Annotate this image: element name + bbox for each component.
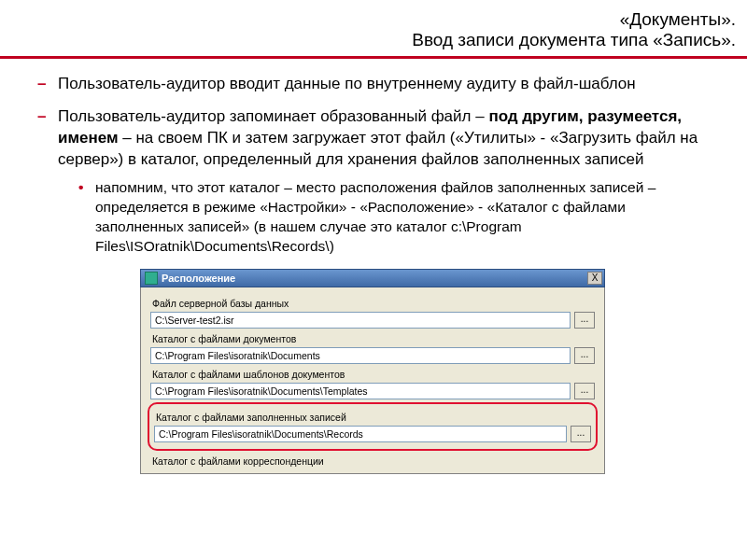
slide-header: «Документы». Ввод записи документа типа …	[0, 0, 747, 59]
location-dialog: Расположение X Файл серверной базы данны…	[140, 269, 605, 474]
bullet-list: Пользователь-аудитор вводит данные по вн…	[37, 74, 710, 256]
app-icon	[145, 272, 158, 285]
dialog-body: Файл серверной базы данных C:\Server-tes…	[140, 287, 605, 474]
field-label-documents: Каталог с файлами документов	[152, 333, 595, 344]
header-line2: Ввод записи документа типа «Запись».	[11, 30, 736, 50]
field-label-templates: Каталог с файлами шаблонов документов	[152, 369, 595, 380]
records-input[interactable]: C:\Program Files\isoratnik\Documents\Rec…	[154, 426, 567, 442]
header-line1: «Документы».	[11, 9, 736, 30]
bullet-text: Пользователь-аудитор вводит данные по вн…	[58, 75, 636, 92]
highlighted-field: Каталог с файлами заполненных записей C:…	[148, 402, 598, 451]
sub-bullet-list: напомним, что этот каталог – место распо…	[78, 178, 710, 257]
browse-button[interactable]: ...	[571, 426, 591, 442]
bullet-text-post: – на своем ПК и затем загружает этот фай…	[58, 129, 698, 168]
templates-input[interactable]: C:\Program Files\isoratnik\Documents\Tem…	[150, 383, 571, 399]
field-label-serverdb: Файл серверной базы данных	[152, 298, 595, 309]
dialog-titlebar[interactable]: Расположение X	[140, 269, 605, 287]
field-label-records: Каталог с файлами заполненных записей	[156, 412, 591, 423]
serverdb-input[interactable]: C:\Server-test2.isr	[150, 312, 571, 329]
bullet-text-pre: Пользователь-аудитор запоминает образова…	[58, 107, 488, 125]
list-item: Пользователь-аудитор запоминает образова…	[37, 106, 710, 257]
list-item: напомним, что этот каталог – место распо…	[78, 178, 710, 257]
close-button[interactable]: X	[587, 272, 602, 285]
browse-button[interactable]: ...	[574, 383, 595, 399]
sub-bullet-text: напомним, что этот каталог – место распо…	[95, 179, 655, 254]
field-row: C:\Program Files\isoratnik\Documents\Tem…	[150, 383, 595, 399]
field-row: C:\Program Files\isoratnik\Documents ...	[150, 347, 595, 364]
dialog-title: Расположение	[162, 273, 587, 284]
documents-input[interactable]: C:\Program Files\isoratnik\Documents	[150, 347, 571, 364]
field-row: C:\Program Files\isoratnik\Documents\Rec…	[154, 426, 591, 442]
field-label-correspondence: Каталог с файлами корреспонденции	[152, 455, 595, 467]
browse-button[interactable]: ...	[574, 312, 595, 329]
field-row: C:\Server-test2.isr ...	[150, 312, 595, 329]
browse-button[interactable]: ...	[574, 347, 595, 364]
list-item: Пользователь-аудитор вводит данные по вн…	[37, 74, 710, 95]
